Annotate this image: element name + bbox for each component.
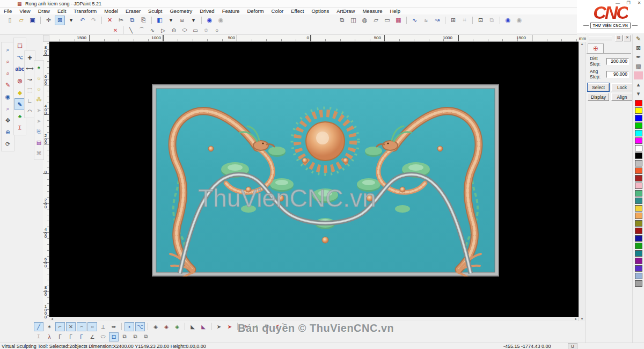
menu-item[interactable]: Help: [386, 8, 404, 14]
plus-tool-icon[interactable]: ✚: [25, 52, 34, 63]
view-eye-icon[interactable]: ◉: [3, 91, 13, 103]
ellipse-tool-icon[interactable]: ⬭: [98, 332, 108, 341]
close-button[interactable]: ✕: [636, 1, 642, 5]
ring-tool-icon[interactable]: ◎: [14, 75, 25, 86]
mirror-icon[interactable]: ◫: [348, 16, 358, 25]
array-icon[interactable]: ▦: [393, 16, 404, 25]
workspace-canvas[interactable]: ThuVienCNC.vn: [49, 42, 579, 317]
select-box-icon[interactable]: ⊠: [634, 44, 643, 52]
fit-curve-icon[interactable]: ∿: [409, 16, 420, 25]
color-swatch[interactable]: [635, 265, 642, 272]
vertical-scrollbar[interactable]: ▴ ▾: [579, 42, 585, 321]
regen-icon[interactable]: ⟳: [3, 138, 13, 150]
menu-item[interactable]: Geometry: [166, 8, 196, 14]
rectangle-tool-icon[interactable]: ▭: [191, 26, 200, 34]
select-box-icon[interactable]: ⊠: [55, 16, 65, 25]
menu-item[interactable]: Options: [308, 8, 333, 14]
redline-icon[interactable]: ✎: [3, 79, 13, 91]
copy-icon[interactable]: ⧉: [127, 16, 137, 25]
current-color-swatch[interactable]: [634, 71, 643, 79]
curve-tool-icon[interactable]: ∿: [148, 26, 157, 34]
menu-item[interactable]: Effect: [287, 8, 308, 14]
new-file-icon[interactable]: ▯: [5, 16, 15, 25]
arc-tool-icon[interactable]: ⌒: [137, 26, 147, 34]
sculpt-pen-icon[interactable]: ✎: [14, 98, 25, 110]
arc-shape-icon[interactable]: ◠: [25, 106, 34, 117]
measure-tool-icon[interactable]: ⌶: [14, 122, 25, 134]
scroll-down-icon[interactable]: ▾: [580, 317, 585, 321]
anchor-tool-icon[interactable]: ⌶: [34, 332, 43, 341]
color-swatch[interactable]: [635, 235, 642, 242]
delete-icon[interactable]: ✕: [105, 16, 115, 25]
spline-icon[interactable]: ↝: [432, 16, 442, 25]
pencil-icon[interactable]: ✎: [634, 35, 643, 43]
snap-arc-icon[interactable]: ⌢: [77, 322, 86, 331]
color-swatch[interactable]: [635, 258, 642, 264]
lock-button[interactable]: Lock: [611, 83, 633, 91]
menu-item[interactable]: Feature: [218, 8, 244, 14]
flatten-icon[interactable]: ◣: [188, 322, 197, 331]
shield-gray-icon[interactable]: ◉: [216, 16, 226, 25]
color-swatch[interactable]: [635, 213, 642, 219]
node-edit-icon[interactable]: ⌥: [14, 51, 25, 63]
snap-tangent-icon[interactable]: ➥: [109, 322, 119, 331]
corner-b-icon[interactable]: Γ: [66, 332, 76, 341]
shield-gray-icon[interactable]: ◉: [514, 16, 524, 25]
ang-step-input[interactable]: [606, 71, 629, 78]
sweep-icon[interactable]: ≈: [421, 16, 431, 25]
skew-icon[interactable]: ▱: [371, 16, 381, 25]
offset-tool-icon[interactable]: ⊡: [109, 332, 119, 341]
color-swatch[interactable]: [635, 175, 642, 181]
menu-item[interactable]: Model: [100, 8, 122, 14]
shield-blue-icon[interactable]: ◉: [503, 16, 513, 25]
group-icon[interactable]: ⊡: [475, 16, 486, 25]
snap-quad-icon[interactable]: ◈: [151, 322, 160, 331]
dropdown-arrow-icon[interactable]: ▾: [166, 16, 176, 25]
color-swatch[interactable]: [635, 205, 642, 212]
pattern-icon[interactable]: ▩: [634, 62, 643, 70]
menu-item[interactable]: Sculpt: [144, 8, 166, 14]
color-swatch[interactable]: [635, 243, 642, 249]
circle-tool-icon[interactable]: ○: [212, 26, 222, 34]
color-swatch[interactable]: [635, 100, 642, 106]
star-tool-icon[interactable]: ☆: [201, 26, 211, 34]
horizontal-scrollbar[interactable]: ◂ ▸: [49, 317, 579, 321]
center-circle-tool-icon[interactable]: ⊙: [169, 26, 179, 34]
lattice-icon[interactable]: ⌗: [459, 16, 470, 25]
color-swatch[interactable]: [635, 183, 642, 189]
color-swatch[interactable]: [635, 273, 642, 279]
menu-item[interactable]: File: [0, 8, 16, 14]
color-swatch[interactable]: [635, 115, 642, 121]
panel-grip[interactable]: [589, 37, 612, 40]
redo-icon[interactable]: ↷: [89, 16, 99, 25]
next-icon[interactable]: ➤: [34, 115, 43, 126]
lights-icon[interactable]: ⁂: [34, 94, 43, 105]
brush-icon[interactable]: ✒: [634, 53, 643, 61]
color-swatch[interactable]: [635, 130, 642, 136]
menu-item[interactable]: Transform: [70, 8, 100, 14]
view-3d-icon[interactable]: ⧈: [177, 16, 187, 25]
color-swatch[interactable]: [635, 168, 642, 174]
color-swatch[interactable]: [635, 152, 642, 159]
color-swatch[interactable]: [635, 190, 642, 197]
menu-item[interactable]: Measure: [358, 8, 386, 14]
crosshair-icon[interactable]: ✛: [43, 16, 54, 25]
color-swatch[interactable]: [635, 122, 642, 129]
color-swatch[interactable]: [635, 160, 642, 166]
dist-step-input[interactable]: [606, 58, 629, 65]
panel-close-button[interactable]: ✕: [624, 35, 631, 41]
scroll-left-icon[interactable]: ◂: [49, 317, 55, 321]
cancel-draw-icon[interactable]: ✕: [111, 26, 120, 34]
zoom-in-icon[interactable]: ⌕: [3, 55, 13, 67]
image-icon[interactable]: ▤: [34, 137, 43, 148]
cut-icon[interactable]: ✂: [116, 16, 126, 25]
text-tool-icon[interactable]: abc: [14, 63, 25, 75]
snap-grid-icon[interactable]: ▪: [125, 322, 134, 331]
ungroup-icon[interactable]: ⧉: [487, 16, 497, 25]
snap-node-icon[interactable]: ⌥: [135, 322, 145, 331]
zoom-out-icon[interactable]: ⌕: [3, 67, 13, 79]
color-swatch[interactable]: [635, 220, 642, 227]
angle-icon[interactable]: ∟: [25, 95, 34, 106]
rotate-icon[interactable]: ◍: [360, 16, 370, 25]
open-folder-icon[interactable]: ▱: [16, 16, 26, 25]
